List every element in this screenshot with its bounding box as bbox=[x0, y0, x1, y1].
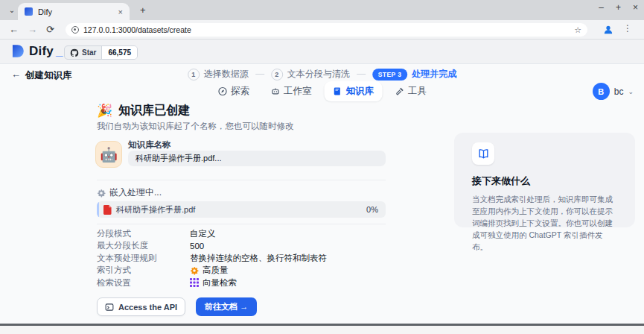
detail-row-segment-mode: 分段模式 自定义 bbox=[97, 227, 386, 240]
step-divider bbox=[357, 74, 366, 75]
detail-row-max-length: 最大分段长度 500 bbox=[97, 240, 386, 253]
tab-title: Dify bbox=[38, 7, 113, 16]
party-popper-icon: 🎉 bbox=[97, 103, 112, 119]
star-label: Star bbox=[82, 48, 96, 57]
step-1-circle: 1 bbox=[188, 69, 200, 81]
embedding-file-row: 科研助手操作手册.pdf 0% bbox=[97, 201, 386, 218]
action-buttons: Access the API 前往文档 → bbox=[97, 297, 257, 316]
robot-icon bbox=[270, 86, 280, 96]
access-api-button[interactable]: Access the API bbox=[97, 297, 185, 316]
browser-forward-button[interactable]: → bbox=[28, 24, 37, 35]
progress-bar bbox=[97, 201, 99, 218]
dify-logo[interactable]: Dify_ bbox=[10, 43, 63, 59]
page-subtitle: 我们自动为该知识库起了个名称，您也可以随时修改 bbox=[97, 121, 294, 132]
github-star-badge[interactable]: Star 66,575 bbox=[64, 45, 138, 60]
step-indicator: 1 选择数据源 2 文本分段与清洗 STEP 3 处理并完成 bbox=[188, 68, 457, 81]
app-header: Dify_ Star 66,575 探索 工作室 知识库 bbox=[0, 40, 644, 64]
step-3-badge: STEP 3 bbox=[372, 69, 408, 81]
browser-menu-icon[interactable]: ⋮ bbox=[623, 23, 632, 34]
chevron-down-icon: ⌄ bbox=[628, 88, 634, 95]
maximize-button[interactable]: + bbox=[616, 2, 621, 13]
embedding-status: 嵌入处理中... bbox=[97, 186, 162, 199]
step-2-circle: 2 bbox=[271, 69, 283, 81]
browser-window: ⌄ Dify × + – + × ← → ⟳ 127.0.0.1:3000/da… bbox=[0, 0, 644, 334]
new-tab-button[interactable]: + bbox=[140, 4, 146, 16]
step-1-label: 选择数据源 bbox=[204, 68, 249, 81]
whats-next-title: 接下来做什么 bbox=[472, 174, 617, 188]
step-divider bbox=[255, 74, 264, 75]
github-icon bbox=[70, 48, 79, 57]
nav-label: 工具 bbox=[408, 85, 427, 98]
api-window-icon bbox=[105, 303, 114, 312]
account-name: bc bbox=[614, 86, 624, 97]
book-icon bbox=[333, 86, 342, 96]
gear-orange-icon bbox=[190, 266, 199, 275]
minimize-button[interactable]: – bbox=[599, 2, 604, 13]
browser-profile-icon[interactable] bbox=[602, 24, 614, 36]
logo-text: Dify bbox=[29, 44, 54, 59]
nav-label: 知识库 bbox=[346, 85, 374, 98]
step-3-label: 处理并完成 bbox=[412, 68, 456, 81]
open-book-icon bbox=[478, 148, 489, 160]
logo-cursor: _ bbox=[56, 44, 63, 59]
breadcrumb[interactable]: 创建知识库 bbox=[25, 69, 72, 82]
divider bbox=[97, 180, 386, 180]
whats-next-card: 接下来做什么 当文档完成索引处理后，知识库即可集成至应用内作为上下文使用，你可以… bbox=[454, 133, 635, 227]
bookmark-star-icon[interactable]: ☆ bbox=[574, 25, 581, 35]
dify-logo-icon bbox=[10, 43, 25, 59]
url-text[interactable]: 127.0.0.1:3000/datasets/create bbox=[83, 25, 570, 34]
nav-label: 探索 bbox=[231, 85, 249, 98]
divider bbox=[97, 224, 386, 224]
knowledge-base-avatar: 🤖 bbox=[95, 141, 122, 168]
compass-icon bbox=[217, 86, 227, 96]
desktop-strip bbox=[0, 326, 644, 334]
dify-favicon-icon bbox=[25, 7, 33, 16]
browser-tabstrip: ⌄ Dify × + – + × bbox=[0, 0, 644, 20]
grid-purple-icon bbox=[190, 278, 199, 287]
kb-name-input[interactable] bbox=[128, 151, 386, 166]
loader-gear-icon bbox=[97, 189, 106, 198]
back-arrow-icon[interactable]: ← bbox=[11, 69, 21, 80]
book-icon-tile bbox=[472, 142, 494, 165]
close-window-button[interactable]: × bbox=[633, 2, 638, 13]
kb-name-label: 知识库名称 bbox=[128, 139, 171, 151]
detail-row-preprocess-rules: 文本预处理规则 替换掉连续的空格、换行符和制表符 bbox=[97, 252, 386, 265]
tab-search-chevron-icon[interactable]: ⌄ bbox=[6, 4, 18, 16]
site-info-icon[interactable] bbox=[71, 26, 79, 34]
file-name: 科研助手操作手册.pdf bbox=[116, 204, 366, 215]
tools-icon bbox=[395, 86, 404, 96]
detail-row-index-mode: 索引方式 高质量 bbox=[97, 265, 386, 277]
nav-label: 工作室 bbox=[284, 85, 312, 98]
browser-tab[interactable]: Dify × bbox=[18, 3, 130, 20]
browser-reload-button[interactable]: ⟳ bbox=[46, 24, 54, 35]
window-controls: – + × bbox=[599, 2, 638, 13]
url-bar[interactable]: 127.0.0.1:3000/datasets/create ☆ bbox=[66, 23, 587, 37]
tab-close-icon[interactable]: × bbox=[118, 7, 123, 16]
config-details: 分段模式 自定义 最大分段长度 500 文本预处理规则 替换掉连续的空格、换行符… bbox=[97, 227, 386, 289]
detail-row-retrieval-settings: 检索设置 向量检索 bbox=[97, 277, 386, 289]
step-2-label: 文本分段与清洗 bbox=[287, 68, 350, 81]
browser-back-button[interactable]: ← bbox=[9, 24, 19, 35]
pdf-file-icon bbox=[103, 205, 112, 215]
whats-next-body: 当文档完成索引处理后，知识库即可集成至应用内作为上下文使用，你可以在提示词编排页… bbox=[472, 194, 617, 253]
page-title: 🎉 知识库已创建 bbox=[97, 103, 190, 119]
sub-header: ← 创建知识库 1 选择数据源 2 文本分段与清洗 STEP 3 处理并完成 bbox=[0, 64, 644, 86]
go-to-docs-button[interactable]: 前往文档 → bbox=[196, 297, 257, 316]
star-count: 66,575 bbox=[101, 46, 137, 59]
file-progress-percent: 0% bbox=[366, 205, 378, 214]
